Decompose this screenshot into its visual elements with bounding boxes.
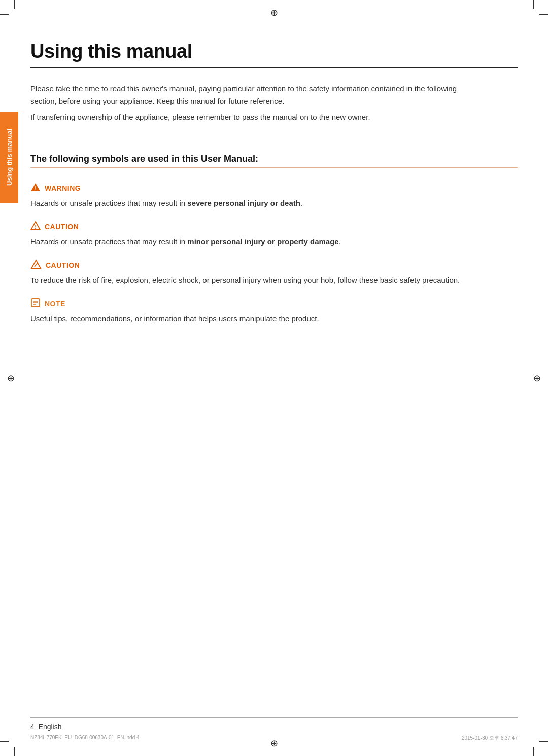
warning-icon: !	[30, 182, 41, 194]
intro-paragraph-1: Please take the time to read this owner'…	[30, 83, 477, 108]
page-title: Using this manual	[30, 41, 518, 62]
crop-mark-br-h	[539, 741, 548, 742]
footer-area: 4 English	[30, 717, 518, 731]
footer-filename: NZ84H770EK_EU_DG68-00630A-01_EN.indd 4	[30, 735, 140, 742]
symbol-entry-note: NOTE Useful tips, recommendations, or in…	[30, 298, 518, 325]
caution1-description: Hazards or unsafe practices that may res…	[30, 236, 467, 248]
svg-line-5	[35, 263, 38, 267]
warning-label: WARNING	[45, 184, 81, 192]
note-label: NOTE	[45, 300, 65, 308]
side-tab-label: Using this manual	[6, 129, 13, 186]
crop-mark-bl-h	[0, 741, 9, 742]
warning-desc-end: .	[300, 199, 302, 207]
title-underline	[30, 67, 518, 68]
caution1-desc-end: .	[339, 237, 341, 246]
reg-mark-right-icon: ⊕	[533, 373, 541, 384]
crop-mark-br-v	[533, 747, 534, 756]
crop-mark-tr-v	[533, 0, 534, 9]
intro-paragraph-2: If transferring ownership of the applian…	[30, 111, 477, 124]
crop-mark-tl-h	[0, 14, 9, 15]
footer-date: 2015-01-30 오후 6:37:47	[462, 735, 518, 742]
crop-mark-tl-v	[14, 0, 15, 9]
symbol-entry-caution2: CAUTION To reduce the risk of fire, expl…	[30, 259, 518, 286]
caution2-icon	[30, 259, 42, 271]
crop-mark-tr-h	[539, 14, 548, 15]
caution1-label: CAUTION	[45, 223, 79, 231]
caution2-label: CAUTION	[46, 261, 80, 269]
svg-text:!: !	[35, 224, 37, 230]
caution1-desc-bold: minor personal injury or property damage	[187, 237, 338, 246]
note-icon	[30, 298, 41, 310]
symbol-header-note: NOTE	[30, 298, 518, 310]
footer-line	[30, 717, 518, 718]
footer-page-number: 4 English	[30, 723, 62, 731]
symbol-header-caution2: CAUTION	[30, 259, 518, 271]
crop-mark-bl-v	[14, 747, 15, 756]
warning-description: Hazards or unsafe practices that may res…	[30, 197, 467, 209]
warning-desc-bold: severe personal injury or death	[187, 199, 300, 207]
reg-mark-top-icon: ⊕	[270, 7, 278, 18]
caution1-icon: !	[30, 221, 41, 233]
reg-mark-left-icon: ⊕	[7, 373, 15, 384]
main-content: Using this manual Please take the time t…	[30, 0, 518, 325]
section-heading: The following symbols are used in this U…	[30, 154, 518, 164]
svg-text:!: !	[35, 185, 37, 191]
note-description: Useful tips, recommendations, or informa…	[30, 313, 467, 325]
symbol-header-caution1: ! CAUTION	[30, 221, 518, 233]
section-underline	[30, 167, 518, 168]
symbol-header-warning: ! WARNING	[30, 182, 518, 194]
symbol-entry-warning: ! WARNING Hazards or unsafe practices th…	[30, 182, 518, 209]
warning-desc-plain: Hazards or unsafe practices that may res…	[30, 199, 187, 207]
footer-meta-row: NZ84H770EK_EU_DG68-00630A-01_EN.indd 4 2…	[30, 735, 518, 742]
caution2-description: To reduce the risk of fire, explosion, e…	[30, 274, 467, 286]
symbol-entry-caution1: ! CAUTION Hazards or unsafe practices th…	[30, 221, 518, 248]
side-tab: Using this manual	[0, 112, 18, 203]
caution1-desc-plain: Hazards or unsafe practices that may res…	[30, 237, 187, 246]
